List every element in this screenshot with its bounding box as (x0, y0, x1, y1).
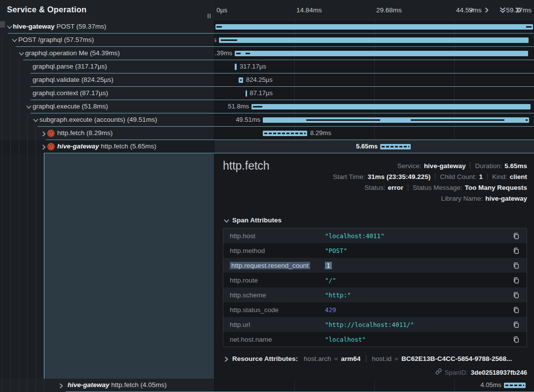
tree-guide (19, 140, 19, 153)
chevron-down-icon[interactable] (6, 24, 12, 30)
tree-header-title: Service & Operation (7, 5, 87, 14)
chevron-right-icon (223, 356, 229, 361)
span-bar[interactable] (235, 64, 237, 70)
error-icon: ! (47, 130, 55, 137)
waterfall-row[interactable]: 54.39ms (214, 47, 534, 60)
chevron-down-icon[interactable] (25, 104, 31, 109)
span-tree-row[interactable]: hive-gateway POST (59.37ms) (0, 20, 214, 34)
chevron-down-icon[interactable] (32, 117, 38, 123)
attribute-key: http.method (223, 247, 325, 254)
span-bar[interactable] (239, 77, 243, 83)
attribute-value: 429 (325, 306, 506, 314)
copy-icon[interactable] (506, 232, 527, 240)
span-meta-line: Library Name:hive-gateway (441, 193, 527, 204)
chevron-down-icon (223, 217, 229, 223)
copy-icon[interactable] (506, 247, 527, 254)
tree-guide (2, 153, 2, 379)
span-bar[interactable] (235, 51, 528, 56)
chevron-right-icon[interactable] (40, 130, 46, 136)
collapse-one-icon[interactable] (467, 6, 475, 14)
copy-icon[interactable] (506, 306, 527, 314)
resource-attributes-section[interactable]: Resource Attributes: host.arch=arm64host… (223, 353, 527, 364)
span-bar[interactable] (380, 144, 411, 149)
span-attributes-section[interactable]: Span Attributes (223, 216, 282, 224)
span-tree-row[interactable]: graphql.context (87.17µs) (0, 87, 214, 100)
span-bar[interactable] (219, 37, 529, 43)
span-row-label: hive-gateway http.fetch (5.65ms) (57, 143, 213, 150)
copy-icon[interactable] (506, 336, 527, 343)
waterfall-row[interactable] (214, 20, 534, 34)
child-span-mark (306, 119, 380, 121)
span-row-underline (8, 33, 534, 34)
attribute-key: http.status_code (223, 306, 325, 314)
child-span-mark (236, 53, 241, 54)
span-bar[interactable] (504, 383, 526, 388)
waterfall-row[interactable]: 824.25µs (214, 73, 534, 87)
span-duration-label: 317.17µs (240, 63, 266, 70)
waterfall-row[interactable]: 4.05ms (214, 379, 534, 392)
span-detail-meta: Service:hive-gatewayDuration:5.65msStart… (333, 160, 527, 204)
meta-label: Kind: (492, 173, 507, 180)
span-row-label: graphql.parse (317.17µs) (33, 63, 213, 70)
copy-icon[interactable] (506, 291, 527, 299)
attribute-value: "localhost:4011" (325, 232, 506, 240)
chevron-right-icon[interactable] (40, 143, 46, 149)
span-tree-row[interactable]: graphql.validate (824.25µs) (0, 73, 214, 87)
tree-guide (2, 34, 2, 47)
tree-guide (10, 73, 11, 87)
tree-guide (10, 379, 11, 392)
tree-guide (10, 60, 11, 73)
span-duration-label: 87.17µs (250, 89, 273, 97)
span-bar[interactable] (263, 117, 529, 123)
child-span-mark (526, 119, 528, 121)
meta-label: Status Message: (413, 184, 463, 191)
attribute-row: http.method"POST" (223, 243, 527, 258)
span-tree-row[interactable]: subgraph.execute (accounts) (49.51ms) (0, 113, 214, 127)
span-tree-row[interactable]: hive-gateway http.fetch (4.05ms) (0, 379, 214, 392)
collapse-all-icon[interactable] (499, 6, 506, 14)
span-tree-row[interactable]: graphql.parse (317.17µs) (0, 60, 214, 73)
attribute-value: "http://localhost:4011/" (325, 321, 506, 328)
chevron-right-icon[interactable] (58, 382, 64, 388)
waterfall-row[interactable]: 87.17µs (214, 87, 534, 100)
waterfall-row[interactable]: 49.51ms (214, 113, 534, 127)
panel-resize-handle[interactable] (208, 14, 213, 19)
tree-guide (2, 127, 2, 140)
attribute-key: http.url (223, 321, 325, 328)
ruler-tick: 29.68ms (376, 6, 402, 14)
span-bar[interactable] (215, 24, 533, 30)
link-icon[interactable] (435, 368, 442, 377)
meta-value: Too Many Requests (464, 184, 527, 191)
attribute-row: http.host"localhost:4011" (223, 228, 527, 243)
chevron-down-icon[interactable] (11, 37, 17, 43)
copy-icon[interactable] (506, 262, 527, 269)
waterfall-row[interactable]: 51.8ms (214, 100, 534, 113)
span-tree-row[interactable]: !http.fetch (8.29ms) (0, 127, 214, 140)
attribute-row: http.route"/" (223, 273, 527, 287)
span-bar[interactable] (263, 131, 307, 136)
chevron-down-icon[interactable] (18, 50, 24, 56)
span-id-row: SpanID: 3de02518937fb246 (435, 368, 527, 377)
span-bar[interactable] (251, 104, 531, 109)
waterfall-row[interactable]: 57.57ms (214, 34, 534, 47)
span-tree-row[interactable]: graphql.operation Me (54.39ms) (0, 47, 214, 60)
span-row-underline (31, 100, 534, 100)
copy-icon[interactable] (506, 277, 527, 284)
waterfall-row[interactable]: 5.65ms (214, 140, 534, 153)
child-span-mark (240, 79, 242, 81)
expand-all-icon[interactable] (515, 6, 522, 14)
span-row-underline (23, 60, 534, 60)
tree-guide (19, 87, 19, 100)
tree-guide (2, 87, 2, 100)
tree-guide (10, 87, 11, 100)
span-tree-row[interactable]: !hive-gateway http.fetch (5.65ms) (0, 140, 214, 153)
span-tree-row[interactable]: POST /graphql (57.57ms) (0, 34, 214, 47)
waterfall-row[interactable]: 8.29ms (214, 127, 534, 140)
tree-guide (10, 47, 11, 60)
waterfall-row[interactable]: 317.17µs (214, 60, 534, 73)
span-tree-row[interactable]: graphql.execute (51.8ms) (0, 100, 214, 113)
attribute-value: "http:" (325, 291, 506, 299)
span-bar[interactable] (246, 90, 247, 97)
copy-icon[interactable] (506, 321, 527, 328)
expand-one-icon[interactable] (483, 6, 491, 14)
